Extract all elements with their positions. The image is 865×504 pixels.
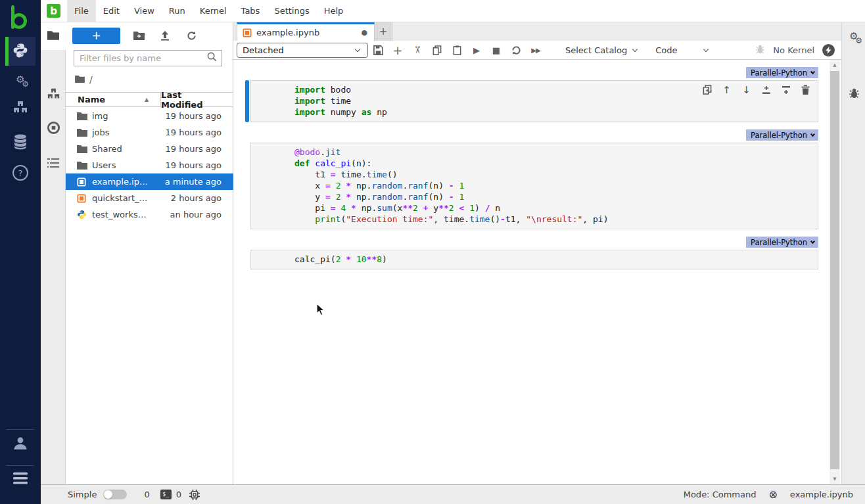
move-cell-up-icon[interactable]: ↑ — [720, 83, 734, 97]
sidebar-tab-jobs[interactable] — [41, 81, 66, 108]
sidebar-item-settings[interactable]: ⚙⚙ — [0, 75, 41, 85]
menu-help[interactable]: Help — [317, 0, 351, 22]
restart-run-all-button[interactable]: ▶▶ — [526, 47, 546, 54]
kernel-busy-icon[interactable] — [822, 44, 835, 57]
terminal-icon[interactable]: $_ — [160, 490, 172, 499]
file-row[interactable]: test_works…an hour ago — [66, 206, 233, 223]
application-window: ⚙⚙ ? b — [0, 0, 865, 504]
kernel-dropdown[interactable]: Detached — [237, 43, 368, 58]
sidebar-tab-file-browser[interactable] — [41, 22, 66, 50]
new-folder-button[interactable] — [126, 31, 152, 40]
file-row[interactable]: jobs19 hours ago — [66, 124, 233, 141]
bodo-logo — [10, 5, 31, 30]
property-inspector-tab[interactable]: ⚙⚙ — [842, 32, 865, 41]
cell-kernel-select[interactable]: Parallel-Python — [746, 129, 818, 141]
scroll-down-arrow[interactable]: ▼ — [830, 474, 840, 484]
sidebar-item-notebooks[interactable] — [5, 37, 35, 66]
statusbar-filename[interactable]: example.ipynb — [790, 490, 853, 499]
menu-edit[interactable]: Edit — [96, 0, 127, 22]
sidebar-item-clusters[interactable] — [0, 100, 41, 117]
cell-kernel-select[interactable]: Parallel-Python — [746, 237, 818, 248]
database-icon — [13, 134, 28, 152]
file-row[interactable]: quickstart_…2 hours ago — [66, 190, 233, 206]
sidebar-item-catalogs[interactable] — [0, 134, 41, 152]
gears-icon: ⚙⚙ — [16, 75, 24, 85]
file-row[interactable]: Shared19 hours ago — [66, 141, 233, 157]
breadcrumb-home-icon[interactable] — [75, 74, 85, 85]
status-bar: Simple 0 $_ 0 Mode: Command ⊗ example.ip… — [41, 484, 865, 504]
modified-column-header[interactable]: Last Modified — [161, 90, 222, 110]
file-row[interactable]: example.ip…a minute ago — [66, 173, 233, 190]
terminal-count: 0 — [144, 490, 149, 499]
scroll-up-arrow[interactable]: ▲ — [830, 60, 840, 70]
code-cell-editor[interactable]: @bodo.jit def calc_pi(n): t1 = time.time… — [250, 143, 818, 229]
stop-button[interactable]: ■ — [486, 45, 506, 55]
run-button[interactable]: ▶ — [467, 45, 486, 55]
chevron-down-icon — [703, 46, 709, 51]
notebook-icon — [243, 28, 252, 37]
menubar: b File Edit View Run Kernel Tabs Setting… — [41, 0, 865, 22]
restart-kernel-button[interactable] — [506, 45, 526, 55]
menu-kernel[interactable]: Kernel — [193, 0, 234, 22]
file-row[interactable]: Users19 hours ago — [66, 157, 233, 173]
tab-example-ipynb[interactable]: example.ipynb ● — [237, 22, 375, 41]
cell-header: Parallel-Python — [245, 237, 818, 248]
copy-button[interactable] — [427, 45, 447, 55]
active-indicator — [5, 37, 9, 66]
menu-file[interactable]: File — [67, 0, 96, 22]
file-filter-input[interactable] — [80, 53, 207, 63]
mode-indicator[interactable]: Mode: Command — [684, 490, 757, 499]
cell-collapser[interactable] — [245, 143, 249, 229]
toc-list-icon — [47, 158, 59, 171]
cell-kernel-select[interactable]: Parallel-Python — [746, 67, 818, 78]
code-cell-editor[interactable]: ↑↓import bodo import time import numpy a… — [250, 80, 818, 122]
main-area: example.ipynb ● + Detached + ✂ ▶ ■ — [233, 22, 841, 484]
sidebar-tab-toc[interactable] — [41, 151, 66, 177]
save-button[interactable] — [368, 45, 388, 55]
menu-settings[interactable]: Settings — [267, 0, 316, 22]
add-cell-button[interactable]: + — [388, 43, 408, 57]
sidebar-item-help[interactable]: ? — [0, 164, 41, 184]
sidebar-item-menu[interactable] — [0, 472, 41, 488]
move-cell-down-icon[interactable]: ↓ — [739, 83, 753, 97]
menu-tabs[interactable]: Tabs — [234, 0, 268, 22]
cell-collapser[interactable] — [245, 80, 249, 122]
debugger-icon[interactable] — [755, 43, 765, 57]
file-filter-box — [74, 50, 222, 66]
file-row[interactable]: img19 hours ago — [66, 108, 233, 124]
new-launcher-button[interactable]: + — [72, 28, 120, 44]
debugger-tab[interactable] — [842, 87, 865, 101]
dirty-indicator: ● — [361, 28, 367, 37]
new-tab-button[interactable]: + — [375, 22, 392, 41]
insert-cell-above-icon[interactable] — [759, 83, 773, 97]
sidebar-tab-running[interactable] — [41, 116, 66, 142]
code-cell-editor[interactable]: calc_pi(2 * 10**8) — [250, 250, 818, 269]
folder-icon — [77, 128, 87, 137]
select-catalog-dropdown[interactable]: Select Catalog — [565, 45, 637, 55]
sidebar-item-account[interactable] — [0, 435, 41, 455]
insert-cell-below-icon[interactable] — [779, 83, 793, 97]
cut-button[interactable]: ✂ — [411, 40, 423, 60]
menu-run[interactable]: Run — [162, 0, 193, 22]
delete-cell-icon[interactable] — [799, 83, 812, 97]
bodo-menu-icon[interactable]: b — [47, 4, 60, 18]
name-column-header[interactable]: Name — [78, 95, 105, 104]
duplicate-cell-icon[interactable] — [700, 83, 714, 97]
kernel-status-label[interactable]: No Kernel — [773, 45, 814, 55]
select-catalog-label: Select Catalog — [565, 45, 627, 55]
notebook-icon — [77, 194, 87, 203]
scrollbar-thumb[interactable] — [830, 71, 839, 469]
menu-view[interactable]: View — [127, 0, 162, 22]
cell-collapser[interactable] — [245, 250, 249, 269]
kernel-chip-icon[interactable] — [189, 490, 200, 500]
kernel-offline-icon[interactable]: ⊗ — [768, 488, 777, 501]
paste-button[interactable] — [447, 45, 467, 55]
cell-kernel-label: Parallel-Python — [751, 68, 807, 78]
cell-type-dropdown[interactable]: Code — [655, 45, 708, 55]
breadcrumb: / — [89, 74, 93, 85]
refresh-button[interactable] — [178, 31, 204, 41]
simple-mode-toggle[interactable] — [103, 490, 127, 499]
cell-kernel-label: Parallel-Python — [751, 131, 807, 140]
kernel-count: 0 — [176, 490, 181, 499]
upload-button[interactable] — [152, 31, 178, 41]
